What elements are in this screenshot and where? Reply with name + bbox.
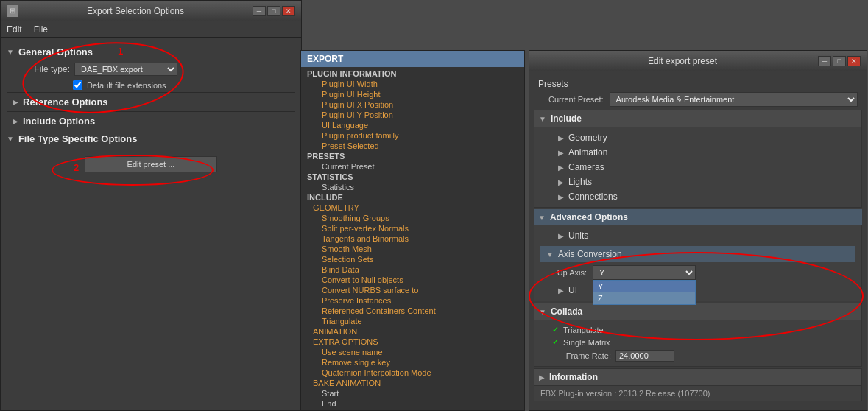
axis-conversion-section: ▼ Axis Conversion Up Axis: Y Z Y (540, 246, 855, 283)
tree-header: EXPORT (301, 51, 524, 67)
tree-item-convert-null[interactable]: Convert to Null objects (301, 275, 524, 285)
framerate-input[interactable] (615, 350, 674, 362)
reference-options-header[interactable]: ▶ Reference Options (7, 92, 295, 111)
tree-item-animation[interactable]: ANIMATION (301, 326, 524, 337)
ui-item[interactable]: ▶ UI (540, 283, 855, 298)
tree-item-convert-nurbs[interactable]: Convert NURBS surface to (301, 285, 524, 295)
default-ext-checkbox[interactable] (73, 80, 82, 90)
export-selection-window: ⊞ Export Selection Options ─ □ ✕ Edit Fi… (0, 0, 302, 411)
information-section-arrow: ▶ (539, 373, 545, 382)
menu-file[interactable]: File (34, 24, 48, 35)
ui-arrow: ▶ (558, 287, 564, 295)
tree-item-bake-animation[interactable]: BAKE ANIMATION (301, 378, 524, 388)
collada-section: ▼ Collada ✓ Triangulate ✓ Single Matrix … (534, 303, 862, 367)
animation-arrow: ▶ (558, 149, 564, 157)
lights-arrow: ▶ (558, 178, 564, 186)
information-section-header[interactable]: ▶ Information (534, 368, 862, 386)
include-section-title: Include (551, 113, 582, 124)
collada-section-title: Collada (551, 306, 582, 317)
axis-option-z[interactable]: Z (593, 292, 695, 304)
fbx-version-text: FBX Plug-in version : 2013.2 Release (10… (540, 389, 710, 398)
axis-option-y[interactable]: Y (593, 281, 695, 292)
tree-item-end[interactable]: End (301, 398, 524, 406)
annotation-label-1: 1 (118, 46, 123, 57)
tree-item-remove-single-key[interactable]: Remove single key (301, 357, 524, 368)
maximize-button[interactable]: □ (267, 6, 280, 16)
tree-item-plugin-info[interactable]: PLUGIN INFORMATION (301, 68, 524, 79)
file-type-specific-arrow: ▼ (7, 135, 14, 143)
tree-item-tangents-binormals[interactable]: Tangents and Binormals (301, 233, 524, 244)
tree-item-plugin-ui-height[interactable]: Plugin UI Height (301, 89, 524, 99)
tree-item-plugin-ui-x[interactable]: Plugin UI X Position (301, 99, 524, 110)
include-cameras[interactable]: ▶ Cameras (540, 160, 855, 175)
file-type-label: File type: (18, 64, 70, 74)
include-section-body: ▶ Geometry ▶ Animation ▶ Cameras ▶ Light… (534, 127, 862, 208)
include-lights[interactable]: ▶ Lights (540, 175, 855, 189)
up-axis-select[interactable]: Y Z (593, 265, 696, 280)
tree-item-plugin-product[interactable]: Plugin product familly (301, 130, 524, 141)
default-ext-row: Default file extensions (7, 78, 295, 92)
tree-item-statistics[interactable]: STATISTICS (301, 172, 524, 182)
tree-item-plugin-ui-y[interactable]: Plugin UI Y Position (301, 110, 524, 120)
edit-preset-window: Edit export preset ─ □ ✕ Presets Current… (529, 50, 867, 411)
tree-item-triangulate[interactable]: Triangulate (301, 316, 524, 326)
framerate-row: Frame Rate: (540, 348, 855, 363)
triangulate-check: ✓ (552, 325, 559, 334)
general-options-header[interactable]: ▼ General Options (7, 43, 295, 60)
include-animation[interactable]: ▶ Animation (540, 145, 855, 160)
tree-item-statistics-val[interactable]: Statistics (301, 182, 524, 192)
advanced-section-arrow: ▼ (538, 214, 546, 222)
file-type-specific-title: File Type Specific Options (18, 133, 138, 144)
tree-item-selection-sets[interactable]: Selection Sets (301, 254, 524, 264)
tree-item-use-scene-name[interactable]: Use scene name (301, 347, 524, 357)
tree-item-smooth-mesh[interactable]: Smooth Mesh (301, 244, 524, 254)
preset-minimize-button[interactable]: ─ (818, 56, 831, 66)
current-preset-row: Current Preset: Autodesk Media & Enterta… (534, 92, 862, 110)
tree-item-quaternion-interp[interactable]: Quaternion Interpolation Mode (301, 368, 524, 378)
tree-item-plugin-ui-width[interactable]: Plugin UI Width (301, 79, 524, 89)
axis-conversion-title: Axis Conversion (558, 249, 622, 259)
collada-section-header[interactable]: ▼ Collada (534, 303, 862, 320)
tree-item-referenced-containers[interactable]: Referenced Containers Content (301, 306, 524, 316)
include-section-arrow: ▼ (539, 115, 546, 123)
up-axis-row: Up Axis: Y Z Y Z (540, 262, 855, 283)
menu-edit[interactable]: Edit (7, 24, 22, 35)
triangulate-row: ✓ Triangulate (540, 323, 855, 336)
tree-item-preset-selected[interactable]: Preset Selected (301, 141, 524, 151)
tree-item-ui-language[interactable]: UI Language (301, 120, 524, 130)
preset-window-title: Edit export preset (547, 56, 818, 66)
advanced-section-header[interactable]: ▼ Advanced Options (534, 209, 862, 225)
tree-item-split-normals[interactable]: Split per-vertex Normals (301, 223, 524, 233)
axis-conversion-header[interactable]: ▼ Axis Conversion (540, 246, 855, 262)
include-geometry[interactable]: ▶ Geometry (540, 130, 855, 145)
preset-maximize-button[interactable]: □ (833, 56, 846, 66)
tree-item-smoothing-groups[interactable]: Smoothing Groups (301, 213, 524, 223)
tree-body: PLUGIN INFORMATION Plugin UI Width Plugi… (301, 67, 524, 406)
tree-item-current-preset[interactable]: Current Preset (301, 161, 524, 172)
edit-preset-button[interactable]: Edit preset ... (85, 156, 217, 172)
advanced-section-body: ▶ Units ▼ Axis Conversion Up Axis: Y (534, 225, 862, 301)
units-item[interactable]: ▶ Units (540, 228, 855, 243)
include-options-header[interactable]: ▶ Include Options (7, 111, 295, 130)
tree-item-presets[interactable]: PRESETS (301, 151, 524, 161)
preset-window-controls: ─ □ ✕ (818, 56, 861, 66)
information-content: FBX Plug-in version : 2013.2 Release (10… (534, 386, 862, 401)
tree-item-start[interactable]: Start (301, 388, 524, 398)
file-type-select[interactable]: DAE_FBX export (74, 63, 177, 76)
tree-item-include[interactable]: INCLUDE (301, 192, 524, 203)
preset-close-button[interactable]: ✕ (847, 56, 861, 66)
tree-item-geometry[interactable]: GEOMETRY (301, 203, 524, 213)
tree-item-extra-options[interactable]: EXTRA OPTIONS (301, 337, 524, 347)
tree-item-blind-data[interactable]: Blind Data (301, 264, 524, 275)
up-axis-dropdown-container: Y Z Y Z (593, 265, 696, 280)
include-section-header[interactable]: ▼ Include (534, 110, 862, 127)
export-panel: ▼ General Options File type: DAE_FBX exp… (1, 38, 301, 187)
collada-section-arrow: ▼ (539, 308, 546, 316)
tree-item-preserve-instances[interactable]: Preserve Instances (301, 295, 524, 306)
current-preset-select[interactable]: Autodesk Media & Entertainment (610, 92, 858, 107)
file-type-specific-header[interactable]: ▼ File Type Specific Options (7, 130, 295, 147)
include-connections[interactable]: ▶ Connections (540, 189, 855, 204)
minimize-button[interactable]: ─ (253, 6, 266, 16)
close-button[interactable]: ✕ (282, 6, 295, 16)
menu-bar: Edit File (1, 21, 301, 38)
